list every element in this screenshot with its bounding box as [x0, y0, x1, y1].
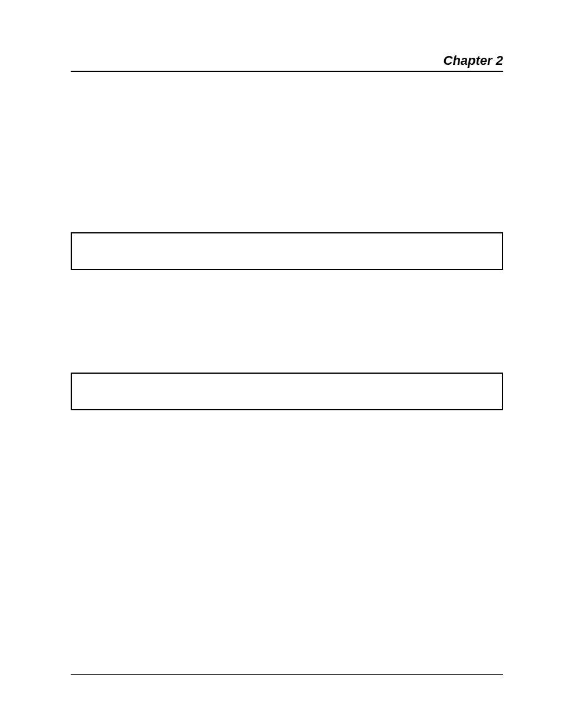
mid-whitespace — [71, 277, 503, 365]
note-box-upper — [71, 232, 503, 270]
footer-rule — [71, 674, 503, 675]
note-box-lower — [71, 373, 503, 410]
document-page: Chapter 2 — [0, 0, 562, 728]
chapter-header: Chapter 2 — [71, 53, 503, 72]
upper-whitespace — [71, 72, 503, 225]
